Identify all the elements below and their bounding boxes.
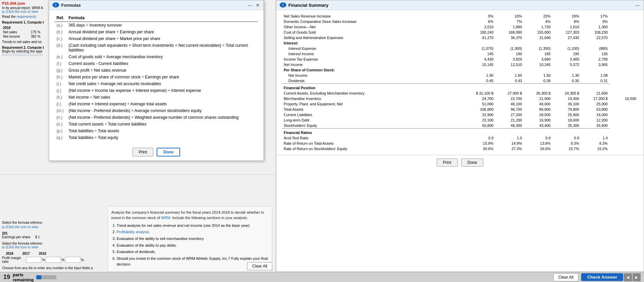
- formula-text: 365 days ÷ Inventory turnover: [67, 22, 258, 29]
- remaining-label: remaining: [13, 277, 34, 282]
- fin-row-value: 14.9%: [495, 141, 524, 146]
- fin-row-value: 6%: [467, 19, 495, 24]
- fin-row-value: 17,200 $: [581, 96, 610, 101]
- fin-minimize-button[interactable]: —: [635, 2, 640, 8]
- fin-row-value: 1.0: [495, 135, 524, 141]
- formula-row: (d.)(Cash including cash equivalents + S…: [54, 42, 258, 54]
- click-icon-text[interactable]: ⊞ (Click the icon to view: [2, 10, 47, 13]
- fin-row-value: [495, 67, 524, 73]
- fin-table-row: Current Liabilities32,90027,20028,50025,…: [282, 112, 638, 117]
- formulas-footer: Print Done: [49, 145, 264, 161]
- fin-row-value: 63,800: [581, 107, 610, 112]
- clear-all-button[interactable]: Clear All: [247, 262, 272, 270]
- formula-ref: (n.): [54, 114, 67, 121]
- fin-table-row: Rate of Return on Stockholders' Equity30…: [282, 146, 638, 151]
- fin-info-icon: i: [280, 2, 286, 8]
- profit-2016-input[interactable]: [65, 257, 80, 263]
- info-icon: i: [52, 2, 59, 8]
- profit-2018-input[interactable]: [26, 257, 41, 263]
- fin-row-value: 145: [467, 51, 495, 57]
- fin-row-value: 21,200: [495, 117, 524, 123]
- fin-row-value: 0.31: [581, 78, 610, 84]
- fin-done-button[interactable]: Done: [461, 158, 484, 167]
- formula-ref: (a.): [54, 22, 67, 29]
- fin-row-label: Other Income—Net: [282, 24, 467, 30]
- formula-ref: (c.): [54, 35, 67, 42]
- formula-ref: (d.): [54, 42, 67, 54]
- fin-row-value: 25,900: [553, 112, 581, 117]
- formula-ref: (k.): [54, 94, 67, 101]
- fin-row-value: 13.8%: [524, 141, 553, 146]
- fin-row-value: 21,600: [581, 91, 610, 96]
- formula-ref: (p.): [54, 128, 67, 134]
- requirements-link[interactable]: requirements: [16, 15, 36, 19]
- fin-row-value: 27,900 $: [495, 91, 524, 96]
- fin-row-label: Current Liabilities: [282, 112, 467, 117]
- fin-row-label: Cost of Goods Sold: [282, 30, 467, 35]
- fin-row-value: 0.43: [495, 78, 524, 84]
- fin-table-row: Other Income—Net2,0101,8901,7301,6101,30…: [282, 24, 638, 30]
- fin-row-value: 3,820: [495, 57, 524, 62]
- formula-text: Annual dividend per share ÷ Market price…: [67, 35, 258, 42]
- fin-row-value: 168,080: [495, 30, 524, 35]
- analysis-list: Trend analysis for net sales revenue and…: [111, 223, 269, 268]
- minimize-button[interactable]: —: [247, 2, 253, 8]
- fin-row-label: Domestic Comparative Store Sales Increas…: [282, 19, 467, 24]
- fin-row-value: 195: [553, 51, 581, 57]
- fin-table-row: Merchandise Inventory24,70022,70021,9001…: [282, 96, 638, 101]
- formula-ref: (b.): [54, 29, 67, 35]
- fin-row-value: 15.2%: [581, 146, 610, 151]
- formula-text: Annual dividend per share ÷ Earnings per…: [67, 29, 258, 35]
- profit-margin-btn[interactable]: [2, 54, 42, 56]
- fin-row-label: Current Assets, Excluding Merchandise In…: [282, 91, 467, 96]
- formula-text: (Net income + Income tax expense + Inter…: [67, 87, 258, 94]
- fin-row-value: 96,700: [495, 107, 524, 112]
- fin-row-value: 16,500: [610, 96, 638, 101]
- fin-row-value: 106,800: [467, 107, 495, 112]
- fin-print-button[interactable]: Print: [437, 158, 458, 167]
- fin-row-label: Net Sales Revenue Increase: [282, 13, 467, 19]
- formula-text: (Cash including cash equivalents + Short…: [67, 42, 258, 54]
- read-requirements: Read the requirements: [2, 15, 47, 19]
- fin-row-value: 21,900: [524, 96, 553, 101]
- check-answer-button[interactable]: Check Answer: [581, 273, 623, 281]
- click-icon2-link[interactable]: ⊞ (Click the icon to view: [2, 245, 106, 249]
- choose-text: Choose from any list or enter any number…: [2, 266, 106, 270]
- fin-row-value: 155,000: [524, 30, 553, 35]
- footer-clear-all-button[interactable]: Clear All: [553, 273, 578, 281]
- nav-prev-button[interactable]: ◄: [624, 273, 632, 281]
- fin-row-value: (1,350): [524, 46, 553, 51]
- print-button[interactable]: Print: [132, 148, 154, 156]
- fin-row-value: 22,700: [495, 96, 524, 101]
- footer-bar: 19 parts remaining Clear All Check Answe…: [0, 272, 644, 282]
- fin-row-label: Selling and Administrative Expenses: [282, 35, 467, 40]
- financial-summary-footer: Print Done: [276, 155, 644, 170]
- nav-next-button[interactable]: ►: [633, 273, 641, 281]
- profit-2017-input[interactable]: [46, 257, 61, 263]
- fin-row-value: 1.30: [553, 73, 581, 78]
- formula-header: Formula: [67, 14, 258, 22]
- fin-row-value: 41,270: [467, 35, 495, 40]
- fin-row-value: 28,500: [524, 112, 553, 117]
- fin-row-value: 36,370: [495, 35, 524, 40]
- fin-row-value: 5,572: [553, 62, 581, 67]
- analysis-intro: Analyze the company's financial summary …: [111, 210, 269, 221]
- fin-row-value: 190: [495, 51, 524, 57]
- fin-row-label: Dividends: [282, 78, 467, 84]
- formula-row: (q.)Total liabilities ÷ Total equity: [54, 134, 258, 141]
- fin-row-value: 18,600: [553, 117, 581, 123]
- done-button[interactable]: Done: [157, 148, 180, 156]
- fin-row-label: Merchandise Inventory: [282, 96, 467, 101]
- fin-row-value: 0.39: [524, 78, 553, 84]
- formula-text: (Net income + Interest expense) ÷ Averag…: [67, 101, 258, 107]
- formula-ref: (o.): [54, 121, 67, 128]
- fin-row-value: 35,600: [581, 123, 610, 129]
- fin-table-row: Interest Expense(1,070)(1,300)(1,350)(1,…: [282, 46, 638, 51]
- close-button[interactable]: ✕: [255, 2, 260, 8]
- formula-ref: (i.): [54, 80, 67, 87]
- click-icon-link[interactable]: ⊞ (Click the icon to view: [2, 225, 106, 229]
- fin-row-value: 15.7%: [553, 146, 581, 151]
- fin-row-value: [524, 67, 553, 73]
- formula-table: Ref. Formula (a.)365 days ÷ Inventory tu…: [54, 14, 258, 141]
- fin-row-label: Per Share of Common Stock:: [282, 67, 467, 73]
